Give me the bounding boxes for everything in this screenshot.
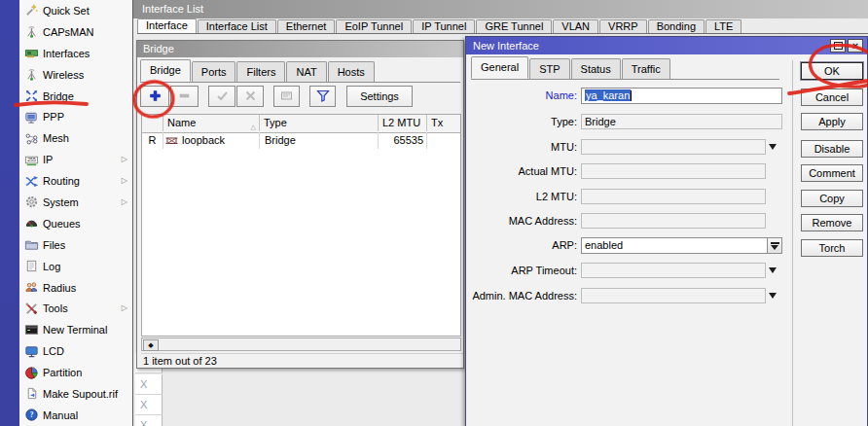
add-button[interactable] bbox=[140, 86, 169, 107]
sidebar-item-interfaces[interactable]: Interfaces bbox=[19, 43, 132, 64]
tab-interface-list[interactable]: Interface List bbox=[198, 19, 276, 33]
tab-eoip-tunnel[interactable]: EoIP Tunnel bbox=[336, 19, 412, 33]
dropdown-arrow-icon[interactable] bbox=[769, 293, 777, 299]
sort-asc-icon: △ bbox=[251, 119, 256, 131]
log-icon bbox=[23, 259, 39, 274]
sidebar-item-new-terminal[interactable]: New Terminal bbox=[19, 319, 132, 340]
interface-flag-cell[interactable]: X bbox=[135, 415, 163, 426]
sidebar-item-label: Log bbox=[43, 261, 60, 272]
disable-button[interactable]: Disable bbox=[801, 140, 863, 158]
tab-interface[interactable]: Interface bbox=[137, 18, 197, 33]
type-field: Bridge bbox=[581, 114, 782, 129]
horizontal-scrollbar[interactable]: ◆ bbox=[141, 337, 461, 351]
arp-select[interactable]: enabled bbox=[581, 237, 768, 254]
sidebar-item-files[interactable]: Files bbox=[19, 234, 132, 256]
ip-icon: 255 bbox=[23, 152, 39, 167]
disable-button[interactable] bbox=[236, 86, 264, 107]
tab-lte[interactable]: LTE bbox=[705, 19, 741, 33]
l2-mtu-field-label: L2 MTU: bbox=[470, 189, 577, 205]
tab-ip-tunnel[interactable]: IP Tunnel bbox=[413, 19, 475, 33]
sidebar-item-queues[interactable]: Queues bbox=[19, 213, 132, 234]
copy-button[interactable]: Copy bbox=[801, 190, 863, 207]
bridge-table: Name △ Type L2 MTU Tx R loopback Bridge … bbox=[141, 114, 461, 337]
sidebar-item-partition[interactable]: Partition bbox=[19, 362, 132, 383]
new-interface-titlebar[interactable]: New Interface × bbox=[466, 37, 867, 54]
sidebar-item-bridge[interactable]: Bridge bbox=[19, 86, 132, 107]
interface-flag-cell[interactable]: X bbox=[135, 395, 163, 415]
ok-button[interactable]: OK bbox=[801, 62, 863, 80]
bridge-tab-hosts[interactable]: Hosts bbox=[328, 61, 375, 82]
sidebar-item-label: Quick Set bbox=[43, 5, 90, 17]
col-l2mtu[interactable]: L2 MTU bbox=[379, 115, 427, 131]
col-type[interactable]: Type bbox=[260, 115, 379, 131]
cancel-button[interactable]: Cancel bbox=[801, 89, 863, 106]
sidebar-item-lcd[interactable]: LCD bbox=[19, 340, 132, 362]
sidebar-item-manual[interactable]: ?Manual bbox=[19, 405, 132, 426]
name-input[interactable]: ya_karan bbox=[581, 88, 782, 104]
col-tx[interactable]: Tx bbox=[427, 115, 460, 131]
col-name[interactable]: Name △ bbox=[163, 115, 260, 131]
table-row[interactable]: R loopback Bridge 65535 bbox=[142, 132, 460, 149]
bridge-tab-bridge[interactable]: Bridge bbox=[140, 59, 191, 82]
tab-bonding[interactable]: Bonding bbox=[648, 19, 705, 33]
svg-text:?: ? bbox=[29, 411, 33, 420]
sidebar-menu: Quick SetCAPsMANInterfacesWirelessBridge… bbox=[19, 0, 132, 426]
comment-button[interactable]: Comment bbox=[801, 164, 863, 182]
apply-button[interactable]: Apply bbox=[801, 113, 863, 130]
mac-address-field-label: MAC Address: bbox=[470, 213, 577, 230]
maximize-button[interactable] bbox=[830, 39, 846, 53]
row-type: Bridge bbox=[260, 132, 379, 149]
comment-button[interactable] bbox=[273, 86, 300, 107]
row-name-cell: loopback bbox=[163, 132, 260, 149]
sidebar-item-capsman[interactable]: CAPsMAN bbox=[19, 21, 132, 43]
tab-vlan[interactable]: VLAN bbox=[553, 19, 598, 33]
interface-flag-cell[interactable]: X bbox=[135, 374, 163, 395]
ppp-icon bbox=[23, 109, 39, 124]
bridge-window: Bridge BridgePortsFiltersNATHosts Settin… bbox=[136, 40, 464, 369]
sidebar-item-routing[interactable]: Routing▷ bbox=[19, 170, 132, 192]
dialog-tab-traffic[interactable]: Traffic bbox=[622, 58, 670, 79]
sidebar-item-tools[interactable]: Tools▷ bbox=[19, 298, 132, 319]
sidebar-item-mesh[interactable]: Mesh bbox=[19, 127, 132, 149]
settings-button[interactable]: Settings bbox=[346, 86, 413, 107]
dialog-tab-status[interactable]: Status bbox=[571, 58, 621, 79]
dropdown-arrow-icon[interactable] bbox=[769, 267, 777, 273]
remove-button[interactable] bbox=[170, 86, 199, 107]
close-button[interactable]: × bbox=[848, 39, 863, 53]
interface-list-titlebar[interactable]: Interface List bbox=[133, 0, 868, 18]
wand-icon bbox=[23, 3, 39, 18]
sidebar-item-log[interactable]: Log bbox=[19, 256, 132, 277]
sidebar-item-wireless[interactable]: Wireless bbox=[19, 64, 132, 86]
col-flags[interactable] bbox=[142, 115, 163, 131]
tab-vrrp[interactable]: VRRP bbox=[599, 19, 647, 33]
torch-button[interactable]: Torch bbox=[801, 239, 863, 257]
dialog-tab-stp[interactable]: STP bbox=[529, 58, 569, 79]
sidebar-item-ip[interactable]: 255IP▷ bbox=[19, 149, 132, 170]
tab-ethernet[interactable]: Ethernet bbox=[277, 19, 336, 33]
bridge-titlebar[interactable]: Bridge bbox=[137, 41, 463, 57]
dialog-tab-general[interactable]: General bbox=[471, 56, 528, 79]
sidebar-item-label: Routing bbox=[43, 175, 80, 187]
sidebar-item-label: Bridge bbox=[43, 90, 74, 102]
remove-button[interactable]: Remove bbox=[801, 214, 863, 231]
terminal-icon bbox=[23, 322, 39, 337]
filter-button[interactable] bbox=[309, 86, 336, 107]
sidebar-item-system[interactable]: System▷ bbox=[19, 192, 132, 213]
sidebar-item-make-supout-rif[interactable]: Make Supout.rif bbox=[19, 383, 132, 405]
disable-icon bbox=[244, 89, 257, 104]
type-field-label: Type: bbox=[470, 114, 577, 130]
sidebar-item-radius[interactable]: Radius bbox=[19, 277, 132, 299]
sidebar-item-quick-set[interactable]: Quick Set bbox=[19, 0, 132, 21]
sidebar-item-ppp[interactable]: PPP bbox=[19, 106, 132, 127]
arp-dropdown-button[interactable] bbox=[767, 237, 782, 254]
dropdown-arrow-icon[interactable] bbox=[769, 144, 777, 150]
bridge-tab-nat[interactable]: NAT bbox=[286, 61, 326, 82]
scroll-left-icon[interactable]: ◆ bbox=[143, 339, 159, 351]
name-input-value: ya_karan bbox=[585, 89, 631, 101]
bridge-tab-filters[interactable]: Filters bbox=[236, 61, 285, 82]
bridge-icon bbox=[23, 89, 39, 104]
bridge-tab-ports[interactable]: Ports bbox=[192, 61, 236, 82]
mtu-field-label: MTU: bbox=[470, 139, 577, 156]
tab-gre-tunnel[interactable]: GRE Tunnel bbox=[476, 19, 552, 33]
enable-button[interactable] bbox=[208, 86, 235, 107]
